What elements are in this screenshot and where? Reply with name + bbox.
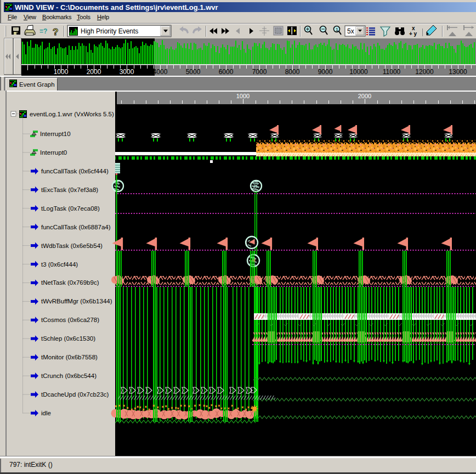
svg-text:2000: 2000 (87, 68, 101, 76)
svg-text:6000: 6000 (219, 68, 234, 76)
svg-text:tCosmos (0x6ca278): tCosmos (0x6ca278) (41, 317, 99, 323)
svg-text:funcCallTask (0x6cf444): funcCallTask (0x6cf444) (41, 168, 109, 174)
svg-text:1000: 1000 (236, 93, 250, 99)
svg-text:11000: 11000 (383, 68, 401, 76)
svg-text:Interrupt10: Interrupt10 (40, 131, 71, 137)
svg-text:10000: 10000 (349, 68, 368, 76)
svg-text:3000: 3000 (120, 68, 134, 76)
svg-text:idle: idle (41, 410, 51, 416)
svg-text:tWvRBuffMgr (0x6b1344): tWvRBuffMgr (0x6b1344) (41, 298, 112, 304)
svg-text:tMonitor (0x6b7558): tMonitor (0x6b7558) (41, 354, 98, 360)
svg-text:funcCallTask (0x6887a4): funcCallTask (0x6887a4) (41, 224, 111, 230)
svg-text:8000: 8000 (285, 68, 300, 76)
svg-text:+ y: + y (409, 31, 417, 37)
svg-text:Interrupt0: Interrupt0 (40, 149, 67, 156)
svg-text:5x: 5x (347, 27, 354, 35)
svg-text:7000: 7000 (252, 68, 267, 76)
svg-text:4000: 4000 (153, 68, 168, 76)
svg-text:tCrunch (0x6bc544): tCrunch (0x6bc544) (41, 373, 97, 379)
svg-text:2000: 2000 (358, 93, 371, 99)
svg-text:tDcacheUpd (0x7cb23c): tDcacheUpd (0x7cb23c) (41, 391, 109, 398)
svg-text:tWdbTask (0x6e5b54): tWdbTask (0x6e5b54) (41, 242, 103, 249)
svg-text:9000: 9000 (318, 68, 333, 76)
svg-text:?: ? (53, 27, 58, 37)
svg-text:t3 (0x6cf444): t3 (0x6cf444) (41, 261, 78, 268)
svg-text:=?: =? (39, 27, 47, 35)
svg-text:tLogTask (0x7eca08): tLogTask (0x7eca08) (41, 205, 100, 212)
svg-text:12000: 12000 (415, 68, 434, 76)
svg-text:1: 1 (336, 27, 338, 32)
svg-text:tExcTask (0x7ef3a8): tExcTask (0x7ef3a8) (41, 187, 98, 193)
svg-text:High Priority Events: High Priority Events (81, 27, 138, 35)
svg-text:eventLog.1.wvr (VxWorks 5.5): eventLog.1.wvr (VxWorks 5.5) (30, 111, 114, 117)
svg-text:1000: 1000 (54, 68, 69, 76)
svg-text:5000: 5000 (186, 68, 201, 76)
svg-text:tSchlep (0x6c1530): tSchlep (0x6c1530) (41, 335, 95, 342)
svg-text:13000: 13000 (449, 68, 467, 76)
svg-text:tNetTask (0x769b9c): tNetTask (0x769b9c) (41, 279, 99, 286)
